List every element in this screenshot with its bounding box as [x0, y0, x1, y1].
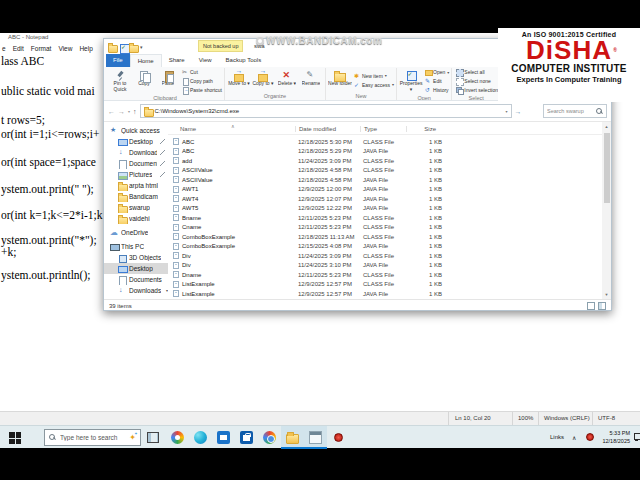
quick-access-toolbar-folder-icon[interactable]: [108, 43, 116, 51]
table-row[interactable]: AWT512/9/2025 12:22 PMJAVA File1 KB: [168, 204, 602, 214]
large-icons-view-button[interactable]: [598, 302, 606, 310]
up-button[interactable]: ↑: [133, 108, 137, 115]
column-header-type[interactable]: Type: [360, 126, 406, 132]
quick-access-toolbar-check-icon[interactable]: [119, 43, 126, 50]
tab-view[interactable]: View: [192, 54, 219, 67]
select-none-button[interactable]: Select none: [456, 77, 498, 85]
chrome-icon[interactable]: [258, 426, 281, 449]
table-row[interactable]: add11/24/2025 3:09 PMCLASS File1 KB: [168, 156, 602, 166]
menu-item-edit[interactable]: Edit: [13, 45, 24, 52]
menu-item-help[interactable]: Help: [79, 45, 92, 52]
sidebar-item-swarup[interactable]: swarup: [104, 202, 168, 213]
column-header-size[interactable]: Size: [406, 126, 446, 132]
taskbar-search-input[interactable]: Type here to search ✦: [44, 429, 141, 446]
sidebar-item-3d-objects[interactable]: 3D Objects: [104, 252, 168, 263]
menu-item-format[interactable]: Format: [31, 45, 52, 52]
recent-locations-caret[interactable]: ▾: [128, 109, 130, 114]
vertical-scrollbar[interactable]: ▲ ▼: [602, 122, 611, 299]
table-row[interactable]: Dname12/11/2025 5:23 PMCLASS File1 KB: [168, 270, 602, 280]
quick-access-toolbar-caret-icon[interactable]: ▾: [140, 44, 143, 50]
address-dropdown-caret[interactable]: ▾: [506, 109, 508, 114]
tab-home[interactable]: Home: [130, 54, 162, 67]
copy-button[interactable]: Copy: [132, 68, 156, 94]
search-input[interactable]: Search swarup: [543, 104, 607, 118]
table-row[interactable]: ABC12/18/2025 5:30 PMCLASS File1 KB: [168, 137, 602, 147]
tab-file[interactable]: File: [106, 54, 130, 67]
links-toolbar-label[interactable]: Links: [550, 434, 564, 440]
table-row[interactable]: Cname12/11/2025 5:23 PMCLASS File1 KB: [168, 223, 602, 233]
paste-shortcut-button[interactable]: Paste shortcut: [182, 86, 222, 94]
new-folder-button[interactable]: New folder: [328, 68, 352, 92]
sidebar-item-bandicam[interactable]: Bandicam: [104, 191, 168, 202]
pin-to-quick-access-button[interactable]: Pin to Quick access: [108, 68, 132, 94]
table-row[interactable]: ComboBoxExample12/18/2025 11:13 AMCLASS …: [168, 232, 602, 242]
sidebar-item-documents[interactable]: Documents: [104, 158, 168, 169]
column-header-name[interactable]: Name: [173, 126, 295, 132]
sidebar-item-arpta-html[interactable]: arpta html: [104, 180, 168, 191]
address-path[interactable]: C:\Windows\System32\cmd.exe: [155, 108, 240, 114]
table-row[interactable]: AWT412/9/2025 12:07 PMJAVA File1 KB: [168, 194, 602, 204]
table-row[interactable]: ListExample12/9/2025 12:57 PMCLASS File1…: [168, 280, 602, 290]
history-button[interactable]: History: [425, 86, 449, 94]
store-icon[interactable]: [235, 426, 258, 449]
move-to-button[interactable]: Move to ▾: [227, 68, 251, 92]
table-row[interactable]: ASCIIValue12/18/2025 4:58 PMJAVA File1 K…: [168, 175, 602, 185]
sidebar-item-this-pc[interactable]: This PC: [104, 241, 168, 252]
start-button[interactable]: [9, 432, 21, 444]
cut-button[interactable]: Cut: [182, 68, 222, 76]
scroll-down-icon[interactable]: ▼: [602, 290, 611, 299]
file-explorer-icon[interactable]: [281, 426, 304, 449]
sidebar-item-downloads[interactable]: Downloads▾: [104, 285, 168, 296]
quick-access-toolbar-folder-icon[interactable]: [129, 43, 137, 51]
copy-path-button[interactable]: Copy path: [182, 77, 222, 85]
sidebar-item-documents[interactable]: Documents: [104, 274, 168, 285]
tab-share[interactable]: Share: [162, 54, 192, 67]
notepad-app-icon[interactable]: [304, 426, 327, 449]
bandicam-record-icon[interactable]: [327, 426, 350, 449]
back-button[interactable]: ←: [108, 108, 115, 115]
table-row[interactable]: Bname12/11/2025 5:23 PMCLASS File1 KB: [168, 213, 602, 223]
menu-item-view[interactable]: View: [58, 45, 72, 52]
sidebar-item-onedrive[interactable]: OneDrive: [104, 227, 168, 238]
tab-backup-tools[interactable]: Backup Tools: [219, 54, 269, 67]
open-button[interactable]: Open ▾: [425, 68, 449, 76]
delete-button[interactable]: Delete ▾: [275, 68, 299, 92]
sidebar-item-desktop[interactable]: Desktop: [104, 263, 168, 274]
column-header-date-modified[interactable]: Date modified: [295, 126, 360, 132]
table-row[interactable]: AWT112/9/2025 12:00 PMJAVA File1 KB: [168, 185, 602, 195]
sidebar-item-download[interactable]: Download: [104, 147, 168, 158]
sidebar-item-desktop[interactable]: Desktop: [104, 136, 168, 147]
table-row[interactable]: Div11/24/2025 3:09 PMCLASS File1 KB: [168, 251, 602, 261]
table-row[interactable]: Div11/24/2025 3:10 PMJAVA File1 KB: [168, 261, 602, 271]
scrollbar-thumb[interactable]: [604, 133, 610, 203]
edit-button[interactable]: Edit: [425, 77, 449, 85]
paste-button[interactable]: Paste: [156, 68, 180, 94]
table-row[interactable]: ABC12/18/2025 5:29 PMJAVA File1 KB: [168, 147, 602, 157]
onedrive-backup-badge[interactable]: Not backed up: [198, 40, 243, 52]
go-to-button[interactable]: →: [515, 108, 522, 115]
table-row[interactable]: ASCIIValue12/18/2025 4:58 PMCLASS File1 …: [168, 166, 602, 176]
recording-indicator-icon[interactable]: [586, 433, 594, 441]
action-center-icon[interactable]: [634, 433, 640, 440]
scroll-up-icon[interactable]: ▲: [602, 122, 611, 131]
new-item-button[interactable]: New item ▾: [354, 72, 394, 80]
copy-to-button[interactable]: Copy to ▾: [251, 68, 275, 92]
sidebar-item-pictures[interactable]: Pictures: [104, 169, 168, 180]
clock[interactable]: 5:33 PM 12/18/2025: [596, 429, 630, 445]
tray-chevron-icon[interactable]: ∧: [572, 434, 576, 441]
task-view-button[interactable]: [147, 432, 159, 443]
table-row[interactable]: ComboBoxExample12/15/2025 4:08 PMJAVA Fi…: [168, 242, 602, 252]
sidebar-item-vaidehi[interactable]: vaidehi: [104, 213, 168, 224]
forward-button[interactable]: →: [118, 108, 125, 115]
properties-button[interactable]: Properties ▾: [399, 68, 423, 94]
select-all-button[interactable]: Select all: [456, 68, 498, 76]
menu-item-e[interactable]: e: [2, 45, 6, 52]
sidebar-item-quick-access[interactable]: Quick access: [104, 125, 168, 136]
color-wheel-app-icon[interactable]: [166, 426, 189, 449]
rename-button[interactable]: Rename: [299, 68, 323, 92]
details-view-button[interactable]: [587, 302, 595, 310]
mail-app-icon[interactable]: [212, 426, 235, 449]
easy-access-button[interactable]: Easy access ▾: [354, 81, 394, 89]
address-bar[interactable]: C:\Windows\System32\cmd.exe ▾: [140, 104, 512, 118]
search-highlights-icon[interactable]: ✦: [129, 433, 136, 442]
